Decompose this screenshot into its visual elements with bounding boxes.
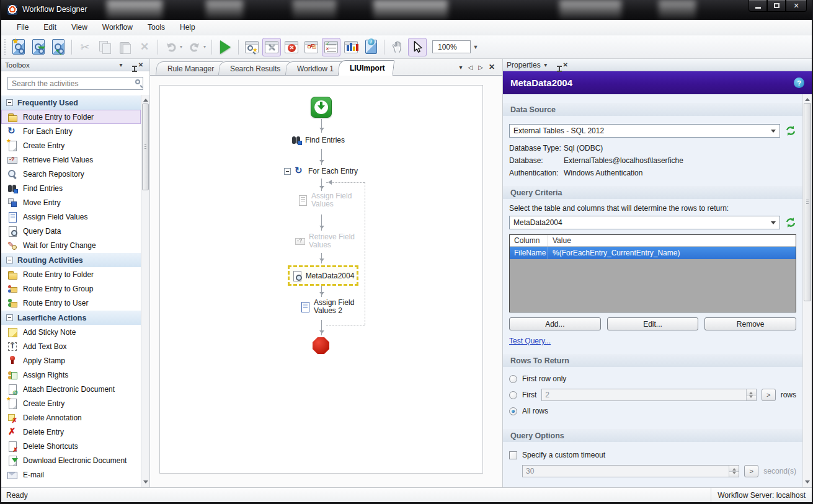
first-n-input[interactable] [541,389,756,401]
workflow-page[interactable]: Find Entries For Each Entry [159,85,483,474]
toolbox-item-find-entries[interactable]: Find Entries [1,181,141,195]
paste-button[interactable] [115,38,134,56]
scroll-down-button[interactable] [142,479,149,487]
workflow-node-find-entries[interactable]: Find Entries [291,135,345,145]
toolbox-section-routing-activities[interactable]: Routing Activities [1,252,141,267]
tab-rule-manager[interactable]: Rule Manager [156,61,224,75]
collapse-icon[interactable] [6,99,13,106]
toolbox-item-add-sticky-note[interactable]: Add Sticky Note [1,325,141,339]
menu-help[interactable]: Help [173,21,202,33]
workflow-info-button[interactable] [362,38,380,56]
import-workflow-button[interactable] [29,38,48,56]
maximize-button[interactable] [767,0,786,12]
toolbox-scrollbar[interactable] [141,95,149,487]
workflow-end-node[interactable] [313,337,329,354]
toolbox-item-create-entry-2[interactable]: Create Entry [1,396,141,410]
tab-close-icon[interactable]: ✕ [489,63,495,71]
toolbox-menu-arrow-icon[interactable]: ▾ [116,61,126,68]
menu-edit[interactable]: Edit [37,21,63,33]
custom-timeout-checkbox[interactable] [509,451,517,459]
all-rows-radio[interactable] [509,407,517,415]
tab-scroll-left-icon[interactable]: ◁ [468,64,473,71]
tab-search-results[interactable]: Search Results [218,61,290,75]
zoom-combo[interactable]: 100% ▼ [432,40,481,53]
token-button[interactable]: > [762,389,776,401]
menu-workflow[interactable]: Workflow [96,21,140,33]
search-input[interactable] [8,77,143,89]
toolbox-item-route-entry-to-folder[interactable]: Route Entry to Folder [1,110,141,124]
new-workflow-button[interactable]: ★ [9,38,28,56]
zoom-dropdown-arrow[interactable]: ▼ [471,40,481,53]
toolbox-item-delete-shortcuts[interactable]: Delete Shortcuts [1,439,141,453]
help-icon[interactable]: ? [794,77,804,88]
menu-view[interactable]: View [64,21,94,33]
toolbox-item-search-repository[interactable]: Search Repository [1,167,141,181]
copy-button[interactable] [96,38,114,56]
toolbox-close-icon[interactable]: ✕ [136,61,146,68]
toolbox-item-add-text-box[interactable]: Add Text Box [1,339,141,353]
workflow-node-retrieve-field-values[interactable]: Retrieve Field Values [295,233,363,249]
timeout-input[interactable] [522,465,739,477]
task-list-button[interactable] [322,38,340,56]
toolbox-item-delete-entry[interactable]: Delete Entry [1,425,141,439]
refresh-icon[interactable] [785,125,796,136]
undo-dropdown[interactable]: ▾ [180,44,185,50]
scroll-up-button[interactable] [804,94,811,102]
menu-tools[interactable]: Tools [141,21,172,33]
test-query-link[interactable]: Test Query... [509,337,551,345]
tab-liuimport[interactable]: LIUImport [338,60,394,76]
toolbox-item-for-each-entry[interactable]: For Each Entry [1,124,141,138]
table-dropdown[interactable]: MetaData2004 [509,216,780,229]
workflow-node-assign-field-values-2[interactable]: Assign Field Values 2 [300,299,366,315]
first-n-radio[interactable] [509,391,517,399]
toolbox-toggle-button[interactable] [262,38,281,56]
minimize-button[interactable] [749,0,767,12]
edit-button[interactable]: Edit... [607,317,699,330]
close-button[interactable]: ✕ [786,0,807,12]
toolbox-item-query-data[interactable]: Query Data [1,224,141,238]
timeout-value[interactable] [523,467,739,475]
toolbox-item-route-entry-to-user[interactable]: Route Entry to User [1,296,141,310]
scrollbar-thumb[interactable] [142,104,149,190]
tab-workflow-1[interactable]: Workflow 1 [285,61,343,75]
refresh-icon[interactable] [785,217,796,228]
designer-canvas[interactable]: Find Entries For Each Entry [150,76,502,487]
collapse-icon[interactable] [6,314,13,321]
spinner[interactable] [746,389,756,400]
toolbox-item-route-entry-to-group[interactable]: Route Entry to Group [1,281,141,296]
select-tool-button[interactable] [408,38,427,56]
criteria-row-filename[interactable]: FileName %(ForEachEntry_CurrentEntry_Nam… [510,247,796,259]
statistics-button[interactable] [342,38,360,56]
toolbox-item-apply-stamp[interactable]: Apply Stamp [1,353,141,368]
toolbox-item-route-entry-to-folder-2[interactable]: Route Entry to Folder [1,267,141,281]
pan-tool-button[interactable] [388,38,407,56]
first-row-only-radio[interactable] [509,375,517,383]
tab-list-dropdown-icon[interactable]: ▾ [460,64,463,71]
add-button[interactable]: Add... [509,317,601,330]
toolbox-section-frequently-used[interactable]: Frequently Used [1,95,141,110]
toolbox-item-download-electronic-document[interactable]: Download Electronic Document [1,453,141,467]
menu-file[interactable]: File [10,21,35,33]
zoom-value[interactable]: 100% [432,40,471,53]
errors-button[interactable]: ✕ [282,38,301,56]
token-button[interactable]: > [744,465,758,477]
workflow-node-assign-field-values[interactable]: Assign Field Values [298,192,361,208]
properties-menu-arrow-icon[interactable]: ▾ [541,61,551,68]
scrollbar-thumb[interactable] [804,103,811,301]
undo-button[interactable] [162,38,180,56]
criteria-table[interactable]: Column Value FileName %(ForEachEntry_Cur… [509,234,796,312]
workflow-node-metadata2004[interactable]: MetaData2004 [288,265,358,286]
toolbox-item-move-entry[interactable]: Move Entry [1,195,141,210]
scroll-up-button[interactable] [142,95,149,103]
delete-button[interactable]: ✕ [135,38,154,56]
toolbox-item-delete-annotation[interactable]: Delete Annotation [1,410,141,425]
redo-dropdown[interactable]: ▾ [203,44,208,50]
workflow-start-node[interactable] [311,97,332,118]
data-source-dropdown[interactable]: External Tables - SQL 2012 [509,124,780,138]
toolbox-section-laserfiche-actions[interactable]: Laserfiche Actions [1,310,141,325]
activity-map-button[interactable] [302,38,321,56]
toolbox-item-create-entry[interactable]: Create Entry [1,138,141,153]
properties-scrollbar[interactable] [802,94,812,487]
toolbox-item-assign-field-values[interactable]: Assign Field Values [1,210,141,224]
export-workflow-button[interactable] [49,38,68,56]
